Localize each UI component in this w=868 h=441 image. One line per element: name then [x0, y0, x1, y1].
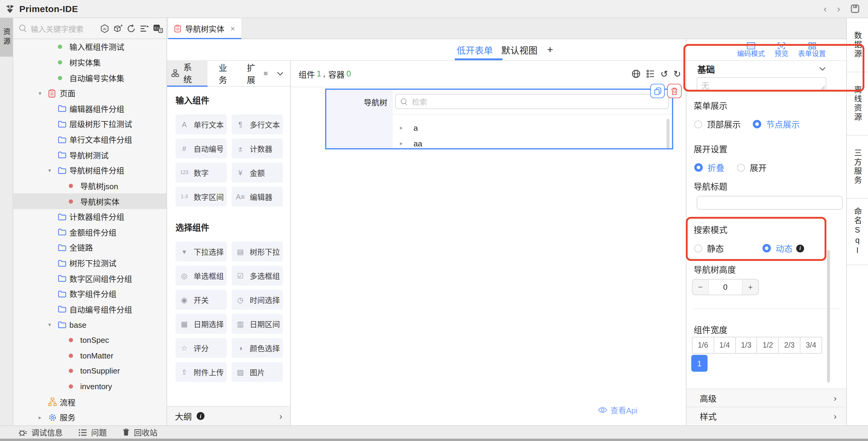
tree-item-导航树json[interactable]: 导航树json — [13, 178, 166, 193]
width-option-1/4[interactable]: 1/4 — [714, 337, 735, 353]
chevron-down-icon[interactable] — [277, 71, 283, 76]
right-rail-tab-命名Sql[interactable]: 命名Sql — [847, 199, 868, 265]
nav-tree-component[interactable]: 导航树 检索 ▸a▸aa — [325, 89, 673, 149]
palette-item-颜色选择[interactable]: ◑颜色选择 — [231, 338, 283, 358]
palette-item-开关[interactable]: ◉开关 — [176, 290, 227, 310]
palette-item-附件上传[interactable]: ⇧附件上传 — [176, 362, 227, 382]
tree-item-编辑器组件分组[interactable]: 编辑器组件分组 — [13, 101, 166, 116]
palette-list-icon[interactable]: ≡ — [264, 69, 268, 78]
rail-tab-resources[interactable]: 资源 — [0, 18, 13, 57]
tree-item-计数器组件分组[interactable]: 计数器组件分组 — [13, 209, 166, 225]
palette-item-单选框组[interactable]: ◎单选框组 — [176, 266, 227, 285]
scrollbar-thumb[interactable] — [666, 119, 670, 149]
nav-tree-node-a[interactable]: ▸a — [400, 120, 418, 136]
filter-list-icon[interactable] — [140, 24, 149, 33]
copy-component-button[interactable] — [650, 84, 665, 98]
close-icon[interactable]: × — [230, 24, 235, 33]
radio-static[interactable]: 静态 — [694, 242, 724, 254]
palette-item-数字区间[interactable]: 1-3数字区间 — [176, 187, 227, 207]
advanced-section-header[interactable]: 高级 › — [686, 388, 846, 407]
form-settings-button[interactable]: 表单设置 — [798, 42, 826, 59]
tree-item-全链路[interactable]: 全链路 — [13, 240, 166, 255]
tree-item-tonSpec[interactable]: tonSpec — [13, 333, 166, 348]
nav-tree-node-aa[interactable]: ▸aa — [400, 136, 422, 149]
radio-collapse[interactable]: 折叠 — [694, 162, 724, 173]
palette-item-自动编号[interactable]: #自动编号 — [176, 139, 227, 159]
ai-icon[interactable]: AI — [100, 24, 109, 33]
palette-item-多选框组[interactable]: ☑多选框组 — [231, 266, 283, 285]
tree-item-数字区间组件分组[interactable]: 数字区间组件分组 — [13, 271, 166, 286]
tree-item-导航树组件分组[interactable]: ▾导航树组件分组 — [13, 163, 166, 178]
palette-item-多行文本[interactable]: ¶多行文本 — [231, 114, 283, 134]
palette-item-日期选择[interactable]: ▦日期选择 — [176, 314, 227, 334]
tab-lowcode-form[interactable]: 低开表单 — [457, 39, 493, 60]
add-view-tab-button[interactable]: + — [547, 39, 553, 60]
style-section-header[interactable]: 样式 › — [686, 407, 846, 425]
tree-item-inventory[interactable]: inventory — [13, 379, 166, 394]
palette-item-日期区间[interactable]: ▥日期区间 — [231, 314, 283, 334]
palette-tab-system[interactable]: 系统 — [167, 61, 207, 87]
radio-top-display[interactable]: 顶部展示 — [694, 118, 741, 130]
tree-item-服务[interactable]: ▸服务 — [13, 410, 166, 425]
width-option-3/4[interactable]: 3/4 — [800, 337, 822, 353]
tree-item-tonMatter[interactable]: tonMatter — [13, 348, 166, 363]
palette-item-编辑器[interactable]: A≡编辑器 — [231, 187, 283, 207]
history-forward-icon[interactable]: › — [837, 4, 840, 13]
tree-item-页面[interactable]: ▾页面 — [13, 86, 166, 101]
tree-item-数字组件分组[interactable]: 数字组件分组 — [13, 286, 166, 302]
tree-item-base[interactable]: ▾base — [13, 317, 166, 333]
palette-item-图片[interactable]: ▨图片 — [231, 362, 283, 382]
tree-item-层级树形下拉测试[interactable]: 层级树形下拉测试 — [13, 116, 166, 132]
palette-tab-extension[interactable]: 扩展 — [247, 62, 264, 86]
palette-tab-business[interactable]: 业务 — [219, 62, 235, 86]
caret-right-icon[interactable]: ▸ — [400, 140, 403, 146]
code-mode-button[interactable]: </> 编码模式 — [737, 42, 765, 59]
width-option-2/3[interactable]: 2/3 — [778, 337, 800, 353]
caret-icon[interactable]: ▾ — [39, 90, 48, 96]
width-option-1/6[interactable]: 1/6 — [692, 337, 714, 353]
stepper-value[interactable]: 0 — [708, 279, 743, 295]
tree-item-流程[interactable]: 流程 — [13, 394, 166, 410]
new-model-icon[interactable] — [114, 24, 122, 33]
tree-item-自动编号实体集[interactable]: 自动编号实体集 — [13, 70, 166, 86]
right-rail-tab-数据源[interactable]: 数据源 — [847, 18, 868, 72]
width-option-1/2[interactable]: 1/2 — [757, 337, 778, 353]
statusbar-item-问题[interactable]: 问题 — [79, 427, 107, 438]
stepper-minus-button[interactable]: − — [692, 279, 708, 295]
palette-item-单行文本[interactable]: A单行文本 — [176, 114, 227, 134]
statusbar-item-调试信息[interactable]: 调试信息 — [18, 427, 63, 438]
save-icon[interactable] — [850, 4, 860, 13]
view-api-link[interactable]: 查看Api — [598, 404, 638, 416]
palette-item-计数器[interactable]: ±计数器 — [231, 139, 283, 159]
caret-icon[interactable]: ▾ — [48, 322, 58, 328]
stepper-plus-button[interactable]: + — [743, 279, 758, 295]
palette-item-评分[interactable]: ☆评分 — [176, 338, 227, 358]
tree-item-单行文本组件分组[interactable]: 单行文本组件分组 — [13, 132, 166, 147]
globe-icon[interactable] — [631, 69, 641, 78]
palette-item-树形下拉[interactable]: ▤树形下拉 — [231, 242, 283, 262]
undo-icon[interactable]: ↺ — [660, 69, 668, 78]
history-back-icon[interactable]: ‹ — [824, 4, 827, 13]
outline-tree-icon[interactable] — [646, 69, 655, 78]
caret-icon[interactable]: ▸ — [39, 414, 48, 420]
tab-default-view[interactable]: 默认视图 — [501, 39, 537, 60]
tree-item-树形下拉测试[interactable]: 树形下拉测试 — [13, 256, 166, 271]
preview-button[interactable]: 预览 — [775, 42, 788, 59]
delete-component-button[interactable] — [667, 84, 682, 98]
redo-icon[interactable]: ↻ — [674, 69, 681, 78]
palette-item-金额[interactable]: ¥金额 — [231, 163, 283, 182]
comp-width-selected[interactable]: 1 — [691, 355, 708, 372]
right-rail-tab-三方服务[interactable]: 三方服务 — [847, 136, 868, 199]
basic-section-header[interactable]: 基础 — [686, 61, 846, 76]
editor-tab-active[interactable]: 导航树实体 × — [168, 18, 241, 39]
radio-dynamic[interactable]: 动态 i — [763, 242, 804, 254]
explorer-search-input[interactable]: 输入关键字搜索 — [31, 23, 84, 34]
right-rail-tab-离线资源[interactable]: 离线资源 — [847, 72, 868, 136]
tree-item-tonSupplier[interactable]: tonSupplier — [13, 363, 166, 379]
palette-item-时间选择[interactable]: ◷时间选择 — [231, 290, 283, 310]
caret-right-icon[interactable]: ▸ — [400, 125, 403, 131]
tree-item-导航树实体[interactable]: 导航树实体 — [13, 194, 166, 209]
tree-item-输入框组件测试[interactable]: 输入框组件测试 — [13, 39, 166, 55]
nav-title-input[interactable] — [697, 196, 843, 210]
resize-handle-icon[interactable] — [821, 86, 825, 90]
